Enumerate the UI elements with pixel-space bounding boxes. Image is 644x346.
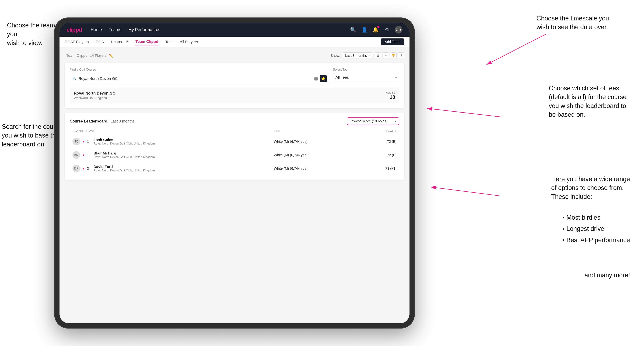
list-view-button[interactable]: ≡ xyxy=(382,52,389,59)
player-heart-3: ♥ xyxy=(82,167,84,170)
player-rank-1: 1 xyxy=(87,140,91,144)
player-cell-1: JC ♥ 1 Josh Coles Royal North Devon Golf… xyxy=(70,135,271,148)
nav-my-performance[interactable]: My Performance xyxy=(128,27,159,32)
table-row: JC ♥ 1 Josh Coles Royal North Devon Golf… xyxy=(70,135,399,148)
edit-icon[interactable]: ✏️ xyxy=(109,53,113,58)
view-icons: ⊞ ≡ 🏆 ⬇ xyxy=(375,52,404,59)
player-rank-3: 3 xyxy=(87,167,91,171)
course-search-input[interactable] xyxy=(78,76,312,81)
course-result: Royal North Devon GC Westward Ho!, Engla… xyxy=(70,88,399,103)
search-input-row[interactable]: 🔍 ✕ ⭐ xyxy=(70,73,329,84)
sub-nav-hcaps[interactable]: Hcaps 1-5 xyxy=(111,39,128,45)
sub-nav-pga[interactable]: PGA xyxy=(96,39,104,45)
nav-home[interactable]: Home xyxy=(91,27,102,32)
table-row: DF ♥ 3 David Ford Royal North Devon Golf… xyxy=(70,162,399,175)
player-club-2: Royal North Devon Golf Club, United King… xyxy=(94,155,155,159)
player-tee-1: White (M) (6,744 yds) xyxy=(271,135,361,148)
course-name: Royal North Devon GC xyxy=(74,91,115,96)
person-icon[interactable]: 👤 xyxy=(361,26,368,33)
app-container: clippd Home Teams My Performance 🔍 👤 🔔 ⚙… xyxy=(60,23,410,323)
search-field-wrapper: Find a Golf Course 🔍 ✕ ⭐ xyxy=(70,68,329,84)
select-tee-label: Select Tee xyxy=(333,68,399,71)
show-controls: Show: Last 3 months ⊞ ≡ 🏆 ⬇ xyxy=(330,52,404,59)
search-row: Find a Golf Course 🔍 ✕ ⭐ Select Tee xyxy=(70,68,399,84)
course-search-icon: 🔍 xyxy=(72,77,77,81)
holes-badge: Holes 18 xyxy=(386,91,395,100)
trophy-view-button[interactable]: 🏆 xyxy=(390,52,396,59)
player-name-1: Josh Coles xyxy=(94,138,155,142)
player-cell-2: BM ♥ 1 Blair McHarg Royal North Devon Go… xyxy=(70,148,271,162)
svg-line-4 xyxy=(430,187,499,196)
settings-icon[interactable]: ⚙ xyxy=(384,26,390,33)
score-filter-arrow: ▾ xyxy=(395,119,396,123)
navbar-nav: Home Teams My Performance xyxy=(91,27,350,32)
course-location: Westward Ho!, England xyxy=(74,96,115,100)
player-tee-3: White (M) (6,744 yds) xyxy=(271,162,361,175)
show-label: Show: xyxy=(330,54,340,58)
player-score-2: 72 (E) xyxy=(361,148,399,162)
player-avatar-2: BM xyxy=(72,151,80,159)
player-info-3: David Ford Royal North Devon Golf Club, … xyxy=(94,165,155,172)
find-course-label: Find a Golf Course xyxy=(70,68,329,71)
search-card: Find a Golf Course 🔍 ✕ ⭐ Select Tee xyxy=(65,63,404,108)
team-title: Team Clippd 14 Players xyxy=(65,53,106,58)
player-score-3: 73 (+1) xyxy=(361,162,399,175)
ipad-screen: clippd Home Teams My Performance 🔍 👤 🔔 ⚙… xyxy=(60,23,410,323)
player-club-1: Royal North Devon Golf Club, United King… xyxy=(94,142,155,145)
sub-nav-all-players[interactable]: All Players xyxy=(180,39,198,45)
avatar[interactable]: U ▾ xyxy=(395,26,402,33)
holes-number: 18 xyxy=(386,94,395,100)
search-clear-button[interactable]: ✕ xyxy=(314,77,318,81)
score-filter-dropdown[interactable]: Lowest Score (18 holes) ▾ xyxy=(347,117,399,125)
player-tee-2: White (M) (6,744 yds) xyxy=(271,148,361,162)
player-avatar-1: JC xyxy=(72,138,80,145)
score-filter-label: Lowest Score (18 holes) xyxy=(350,119,393,123)
svg-line-3 xyxy=(427,108,502,117)
tee-dropdown[interactable]: All Tees White (M) Yellow (M) Red (L) xyxy=(333,73,399,81)
course-info: Royal North Devon GC Westward Ho!, Engla… xyxy=(74,91,115,100)
player-rank-2: 1 xyxy=(87,153,91,157)
search-star-button[interactable]: ⭐ xyxy=(320,75,327,82)
sub-nav-tour[interactable]: Tour xyxy=(165,39,173,45)
holes-label: Holes xyxy=(386,91,395,94)
navbar-icons: 🔍 👤 🔔 ⚙ U ▾ xyxy=(350,26,402,33)
player-info-2: Blair McHarg Royal North Devon Golf Club… xyxy=(94,151,155,159)
col-tee: TEE xyxy=(271,129,361,135)
leaderboard-table: PLAYER NAME TEE SCORE JC ♥ xyxy=(70,129,399,175)
table-row: BM ♥ 1 Blair McHarg Royal North Devon Go… xyxy=(70,148,399,162)
nav-teams[interactable]: Teams xyxy=(109,27,121,32)
table-header: PLAYER NAME TEE SCORE xyxy=(70,129,399,135)
ipad-frame: clippd Home Teams My Performance 🔍 👤 🔔 ⚙… xyxy=(54,17,415,329)
player-info-1: Josh Coles Royal North Devon Golf Club, … xyxy=(94,138,155,145)
team-header: Team Clippd 14 Players ✏️ Show: Last 3 m… xyxy=(65,52,404,59)
leaderboard-title: Course Leaderboard, Last 3 months xyxy=(70,119,135,124)
sub-nav-pgat[interactable]: PGAT Players xyxy=(65,39,89,45)
col-player: PLAYER NAME xyxy=(70,129,271,135)
download-button[interactable]: ⬇ xyxy=(398,52,404,59)
tee-field-wrapper: Select Tee All Tees White (M) Yellow (M)… xyxy=(333,68,399,84)
player-name-2: Blair McHarg xyxy=(94,151,155,155)
player-name-3: David Ford xyxy=(94,165,155,169)
add-team-button[interactable]: Add Team xyxy=(381,38,404,45)
player-avatar-3: DF xyxy=(72,165,80,172)
player-score-1: 72 (E) xyxy=(361,135,399,148)
grid-view-button[interactable]: ⊞ xyxy=(375,52,381,59)
sub-navbar: PGAT Players PGA Hcaps 1-5 Team Clippd T… xyxy=(60,37,410,47)
col-score: SCORE xyxy=(361,129,399,135)
main-content: Team Clippd 14 Players ✏️ Show: Last 3 m… xyxy=(60,47,410,323)
bell-icon[interactable]: 🔔 xyxy=(372,26,379,33)
navbar: clippd Home Teams My Performance 🔍 👤 🔔 ⚙… xyxy=(60,23,410,37)
app-logo: clippd xyxy=(66,26,82,33)
search-icon[interactable]: 🔍 xyxy=(350,26,356,33)
sub-nav-team-clippd[interactable]: Team Clippd xyxy=(136,38,158,45)
leaderboard-header: Course Leaderboard, Last 3 months Lowest… xyxy=(70,117,399,125)
table-body: JC ♥ 1 Josh Coles Royal North Devon Golf… xyxy=(70,135,399,175)
player-heart-1: ♥ xyxy=(82,140,84,144)
show-dropdown[interactable]: Last 3 months xyxy=(343,52,372,59)
player-heart-2: ♥ xyxy=(82,153,84,157)
player-club-3: Royal North Devon Golf Club, United King… xyxy=(94,169,155,172)
leaderboard-card: Course Leaderboard, Last 3 months Lowest… xyxy=(65,113,404,180)
player-cell-3: DF ♥ 3 David Ford Royal North Devon Golf… xyxy=(70,162,271,175)
svg-line-2 xyxy=(486,34,546,65)
